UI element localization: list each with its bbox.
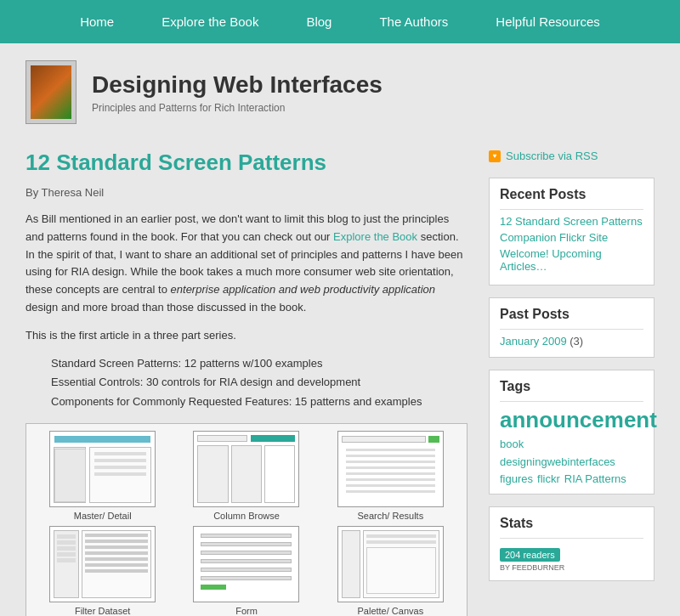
wireframe-box	[337, 526, 444, 602]
wireframe-column-browse: Column Browse	[177, 431, 315, 521]
author-byline: By Theresa Neil	[26, 186, 468, 199]
wireframe-label: Master/ Detail	[74, 511, 132, 521]
recent-posts-section: Recent Posts 12 Standard Screen Patterns…	[489, 178, 654, 285]
site-logo	[26, 60, 76, 124]
body-paragraph-2: This is the first article in a three par…	[26, 327, 468, 345]
nav-home[interactable]: Home	[73, 10, 121, 33]
nav-explore[interactable]: Explore the Book	[155, 10, 265, 33]
tag-flickr[interactable]: flickr	[537, 472, 560, 485]
wireframe-box	[193, 431, 299, 507]
sidebar: ♥ Subscribe via RSS Recent Posts 12 Stan…	[489, 150, 654, 616]
rss-link[interactable]: Subscribe via RSS	[506, 150, 598, 162]
italic-text: enterprise application and web productiv…	[171, 283, 435, 296]
recent-post-link-2[interactable]: Companion Flickr Site	[500, 231, 643, 244]
wireframe-label: Palette/ Canvas	[357, 606, 423, 616]
tag-announcement[interactable]: announcement	[500, 407, 657, 433]
recent-post-link-3[interactable]: Welcome! Upcoming Articles…	[500, 247, 643, 273]
tag-designing[interactable]: designingwebinterfaces	[500, 455, 615, 468]
nav-authors[interactable]: The Authors	[372, 10, 455, 33]
nav-resources[interactable]: Helpful Resources	[489, 10, 607, 33]
past-posts-link[interactable]: January 2009	[500, 335, 567, 348]
tags-section: Tags announcement book designingwebinter…	[489, 370, 654, 494]
page-wrapper: Designing Web Interfaces Principles and …	[0, 43, 680, 616]
wireframe-master-detail: Master/ Detail	[33, 431, 172, 521]
nav-blog[interactable]: Blog	[299, 10, 338, 33]
rss-section: ♥ Subscribe via RSS	[489, 150, 654, 162]
navigation-bar: Home Explore the Book Blog The Authors H…	[0, 0, 680, 43]
tags-container: announcement book	[500, 407, 643, 450]
wireframe-label: Form	[235, 606, 258, 616]
wireframe-filter-dataset: Filter Dataset	[33, 526, 172, 616]
article-body: As Bill mentioned in an earlier post, we…	[26, 211, 468, 616]
wireframe-box	[49, 526, 156, 602]
list-item: Standard Screen Patterns: 12 patterns w/…	[51, 355, 468, 373]
wireframe-label: Filter Dataset	[75, 606, 130, 616]
past-posts-count: (3)	[570, 335, 583, 348]
wireframe-search-results: Search/ Results	[321, 431, 460, 521]
site-title: Designing Web Interfaces	[92, 71, 382, 99]
wireframe-label: Search/ Results	[357, 511, 423, 521]
body-paragraph-1: As Bill mentioned in an earlier post, we…	[26, 211, 468, 317]
stats-title: Stats	[500, 516, 643, 531]
stats-badge: 204 readers	[500, 548, 560, 562]
tag-figures[interactable]: figures	[500, 472, 533, 485]
stats-section: Stats 204 readers BY FEEDBURNER	[489, 506, 654, 581]
wireframe-palette-canvas: Palette/ Canvas	[321, 526, 460, 616]
site-header: Designing Web Interfaces Principles and …	[26, 43, 654, 137]
wireframes-grid: Master/ Detail	[26, 423, 468, 616]
feedburner-label: BY FEEDBURNER	[500, 563, 643, 572]
wireframe-form: Form	[177, 526, 315, 616]
tags-container-2: designingwebinterfaces figures flickr RI…	[500, 455, 643, 485]
list-item: Components for Commonly Requested Featur…	[51, 393, 468, 411]
recent-posts-title: Recent Posts	[500, 187, 643, 202]
main-content: 12 Standard Screen Patterns By Theresa N…	[26, 150, 468, 616]
tags-title: Tags	[500, 379, 643, 394]
site-title-area: Designing Web Interfaces Principles and …	[92, 71, 382, 114]
article-list: Standard Screen Patterns: 12 patterns w/…	[51, 355, 468, 411]
wireframe-box	[49, 431, 156, 507]
wireframe-box	[337, 431, 444, 507]
article-title: 12 Standard Screen Patterns	[26, 150, 468, 176]
tag-ria-patterns[interactable]: RIA Patterns	[564, 472, 626, 485]
rss-icon: ♥	[489, 150, 501, 162]
list-item: Essential Controls: 30 controls for RIA …	[51, 374, 468, 392]
wireframe-label: Column Browse	[213, 511, 280, 521]
wireframe-box	[193, 526, 299, 602]
tag-book[interactable]: book	[500, 438, 524, 450]
content-area: 12 Standard Screen Patterns By Theresa N…	[26, 150, 654, 616]
site-subtitle: Principles and Patterns for Rich Interac…	[92, 102, 382, 114]
past-posts-title: Past Posts	[500, 307, 643, 322]
explore-book-link[interactable]: Explore the Book	[333, 230, 417, 243]
recent-post-link-1[interactable]: 12 Standard Screen Patterns	[500, 215, 643, 228]
past-posts-section: Past Posts January 2009 (3)	[489, 297, 654, 358]
